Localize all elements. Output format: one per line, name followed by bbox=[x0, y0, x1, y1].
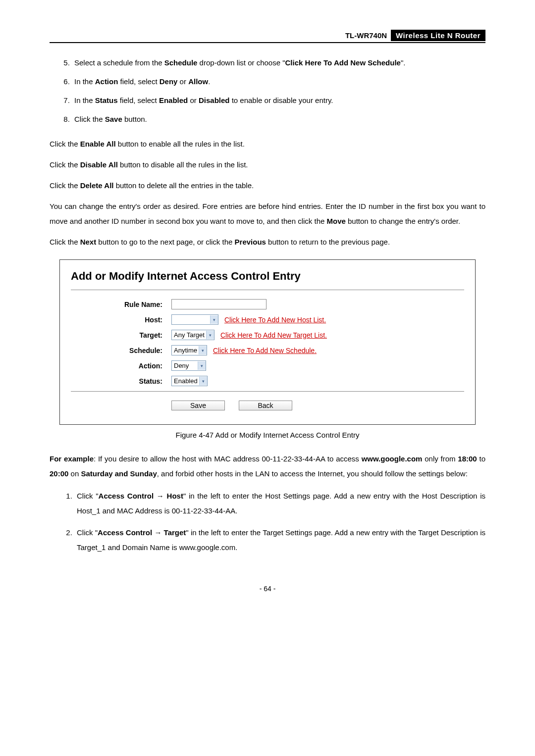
step-6: In the Action field, select Deny or Allo… bbox=[72, 74, 485, 89]
schedule-select[interactable]: Anytime ▾ bbox=[171, 345, 207, 355]
chevron-down-icon: ▾ bbox=[199, 346, 207, 354]
paging-note: Click the Next button to go to the next … bbox=[50, 235, 485, 250]
chevron-down-icon: ▾ bbox=[210, 315, 218, 324]
schedule-select-value: Anytime bbox=[174, 347, 197, 354]
page-number: - 64 - bbox=[50, 585, 485, 593]
example-step-2: Click "Access Control → Target" in the l… bbox=[74, 525, 485, 555]
add-host-link[interactable]: Click Here To Add New Host List. bbox=[224, 316, 326, 324]
schedule-label: Schedule: bbox=[71, 347, 171, 354]
host-select[interactable]: ▾ bbox=[171, 314, 218, 325]
action-select[interactable]: Deny ▾ bbox=[171, 360, 206, 371]
target-label: Target: bbox=[71, 331, 171, 339]
instruction-list: Select a schedule from the Schedule drop… bbox=[50, 55, 485, 127]
step-5: Select a schedule from the Schedule drop… bbox=[72, 55, 485, 70]
save-button[interactable]: Save bbox=[171, 401, 225, 410]
rule-name-label: Rule Name: bbox=[71, 301, 171, 308]
disable-all-note: Click the Disable All button to disable … bbox=[50, 157, 485, 172]
model-number: TL-WR740N bbox=[341, 30, 391, 41]
chevron-down-icon: ▾ bbox=[198, 361, 206, 370]
figure-caption: Figure 4-47 Add or Modify Internet Acces… bbox=[50, 431, 485, 439]
target-select-value: Any Target bbox=[174, 331, 205, 339]
host-label: Host: bbox=[71, 316, 171, 324]
step-8: Click the Save button. bbox=[72, 112, 485, 127]
divider bbox=[71, 290, 464, 290]
back-button[interactable]: Back bbox=[239, 401, 292, 410]
figure-title: Add or Modify Internet Access Control En… bbox=[71, 270, 464, 283]
example-steps: Click "Access Control → Host" in the lef… bbox=[50, 489, 485, 555]
status-select-value: Enabled bbox=[174, 377, 198, 385]
figure-4-47: Add or Modify Internet Access Control En… bbox=[59, 259, 476, 425]
product-desc: Wireless Lite N Router bbox=[391, 30, 485, 41]
step-7: In the Status field, select Enabled or D… bbox=[72, 93, 485, 108]
add-schedule-link[interactable]: Click Here To Add New Schedule. bbox=[213, 347, 317, 354]
page-header: TL-WR740NWireless Lite N Router bbox=[50, 30, 485, 43]
target-select[interactable]: Any Target ▾ bbox=[171, 330, 214, 340]
divider bbox=[71, 391, 464, 392]
status-select[interactable]: Enabled ▾ bbox=[171, 376, 208, 386]
example-step-1: Click "Access Control → Host" in the lef… bbox=[74, 489, 485, 518]
chevron-down-icon: ▾ bbox=[206, 331, 214, 339]
chevron-down-icon: ▾ bbox=[199, 377, 207, 385]
action-label: Action: bbox=[71, 362, 171, 370]
status-label: Status: bbox=[71, 377, 171, 385]
delete-all-note: Click the Delete All button to delete al… bbox=[50, 178, 485, 193]
add-target-link[interactable]: Click Here To Add New Target List. bbox=[220, 331, 327, 339]
example-lead: For example: If you desire to allow the … bbox=[50, 452, 485, 481]
move-note: You can change the entry's order as desi… bbox=[50, 199, 485, 229]
action-select-value: Deny bbox=[174, 362, 196, 369]
rule-name-input[interactable] bbox=[171, 299, 267, 309]
enable-all-note: Click the Enable All button to enable al… bbox=[50, 137, 485, 151]
